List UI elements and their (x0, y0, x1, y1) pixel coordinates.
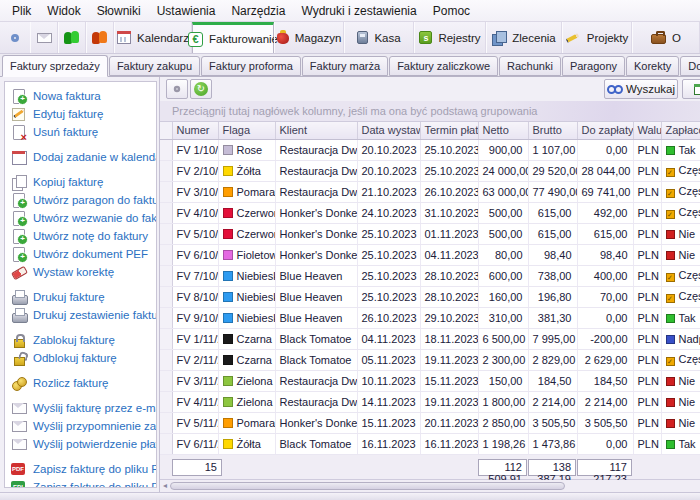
sidebar-item-dodaj-zadanie-w-kalendarzu[interactable]: Dodaj zadanie w kalendarzu (5, 148, 156, 166)
tab-dokumenty-cykliczne[interactable]: Dokumenty cykliczne (680, 56, 700, 76)
cell-data-wystawienia[interactable]: 20.10.2023 (357, 139, 420, 160)
sidebar-item-nowa-faktura[interactable]: Nowa faktura (5, 87, 156, 105)
row-indicator[interactable] (160, 349, 172, 370)
cell-zaplacona[interactable]: Nie (661, 223, 700, 244)
column-header-waluta[interactable]: Waluta (633, 122, 661, 139)
cell-waluta[interactable]: PLN (633, 244, 661, 265)
tab-faktury-zakupu[interactable]: Faktury zakupu (109, 56, 200, 76)
cell-termin-platnosci[interactable]: 18.11.2023 (420, 328, 478, 349)
tab-faktury-proforma[interactable]: Faktury proforma (201, 56, 301, 76)
cell-klient[interactable]: Restauracja Dwa Smoki (275, 139, 357, 160)
cell-waluta[interactable]: PLN (633, 370, 661, 391)
cell-klient[interactable]: Restauracja Dwa Smoki (275, 370, 357, 391)
cell-do-zaplaty[interactable]: 98,40 (577, 244, 633, 265)
row-indicator[interactable] (160, 181, 172, 202)
cell-netto[interactable]: 80,00 (478, 244, 528, 265)
column-header-zaplacona[interactable]: Zapłacona (661, 122, 700, 139)
module-contacts-green[interactable] (58, 22, 86, 53)
sidebar-item-wyslij-fakture-email[interactable]: Wyślij fakturę przez e-mail (5, 399, 156, 417)
row-indicator[interactable] (160, 307, 172, 328)
cell-numer[interactable]: FV 3/11/2023 (172, 370, 218, 391)
menu-narzedzia[interactable]: Narzędzia (223, 0, 293, 22)
cell-numer[interactable]: FV 5/11/2023 (172, 412, 218, 433)
table-row[interactable]: FV 2/10/2023 Żółta Restauracja Dwa Smoki… (160, 160, 700, 181)
cell-data-wystawienia[interactable]: 24.10.2023 (357, 202, 420, 223)
sidebar-item-utworz-paragon[interactable]: Utwórz paragon do faktury (5, 191, 156, 209)
cell-zaplacona[interactable]: ✓Częśc (661, 202, 700, 223)
module-projekty[interactable]: Projekty (562, 22, 632, 53)
cell-numer[interactable]: FV 8/10/2023 (172, 286, 218, 307)
column-header-flaga[interactable]: Flaga (218, 122, 275, 139)
menu-ustawienia[interactable]: Ustawienia (149, 0, 224, 22)
row-indicator[interactable] (160, 328, 172, 349)
cell-klient[interactable]: Honker's Donkey (275, 244, 357, 265)
cell-flaga[interactable]: Pomarańcz (218, 181, 275, 202)
module-kasa[interactable]: Kasa (344, 22, 414, 53)
cell-numer[interactable]: FV 2/11/2023 (172, 349, 218, 370)
sidebar-item-zablokuj-fakture[interactable]: Zablokuj fakturę (5, 331, 156, 349)
cell-waluta[interactable]: PLN (633, 181, 661, 202)
cell-netto[interactable]: 500,00 (478, 202, 528, 223)
row-indicator[interactable] (160, 370, 172, 391)
cell-data-wystawienia[interactable]: 15.11.2023 (357, 412, 420, 433)
cell-do-zaplaty[interactable]: -200,00 (577, 328, 633, 349)
scrollbar-thumb[interactable] (170, 482, 565, 490)
sidebar-item-zapisz-pdf[interactable]: Zapisz fakturę do pliku PDF (5, 460, 156, 478)
cell-termin-platnosci[interactable]: 20.11.2023 (420, 412, 478, 433)
table-row[interactable]: FV 4/11/2023 Zielona Restauracja Dwa Smo… (160, 391, 700, 412)
cell-netto[interactable]: 500,00 (478, 223, 528, 244)
cell-numer[interactable]: FV 4/10/2023 (172, 202, 218, 223)
sidebar-item-zapisz-edi[interactable]: Zapisz fakturę do pliku EDI (5, 478, 156, 488)
cell-brutto[interactable]: 7 995,00 (528, 328, 577, 349)
menu-pomoc[interactable]: Pomoc (425, 0, 478, 22)
module-magazyn[interactable]: Magazyn (274, 22, 344, 53)
cell-netto[interactable]: 6 500,00 (478, 328, 528, 349)
cell-numer[interactable]: FV 6/10/2023 (172, 244, 218, 265)
module-mail[interactable] (30, 22, 58, 53)
cell-brutto[interactable]: 29 520,00 (528, 160, 577, 181)
cell-netto[interactable]: 63 000,00 (478, 181, 528, 202)
cell-numer[interactable]: FV 6/11/2023 (172, 433, 218, 454)
cell-klient[interactable]: Honker's Donkey (275, 412, 357, 433)
cell-flaga[interactable]: Fioletowa (218, 244, 275, 265)
cell-zaplacona[interactable]: ✓Częśc (661, 286, 700, 307)
cell-termin-platnosci[interactable]: 28.10.2023 (420, 265, 478, 286)
cell-termin-platnosci[interactable]: 15.11.2023 (420, 370, 478, 391)
cell-brutto[interactable]: 381,30 (528, 307, 577, 328)
cell-numer[interactable]: FV 5/10/2023 (172, 223, 218, 244)
cell-flaga[interactable]: Czarna (218, 328, 275, 349)
cell-flaga[interactable]: Czerwona (218, 223, 275, 244)
cell-netto[interactable]: 900,00 (478, 139, 528, 160)
cell-flaga[interactable]: Zielona (218, 391, 275, 412)
cell-numer[interactable]: FV 9/10/2023 (172, 307, 218, 328)
module-obsluga[interactable]: O (632, 22, 700, 53)
scroll-left-arrow-icon[interactable]: ◂ (160, 480, 170, 492)
sidebar-item-utworz-dokument-pef[interactable]: Utwórz dokument PEF (5, 245, 156, 263)
cell-zaplacona[interactable]: ✓Częśc (661, 181, 700, 202)
column-header-do-zaplaty[interactable]: Do zapłaty (577, 122, 633, 139)
cell-zaplacona[interactable]: Nie (661, 370, 700, 391)
cell-klient[interactable]: Honker's Donkey (275, 202, 357, 223)
cell-numer[interactable]: FV 2/10/2023 (172, 160, 218, 181)
cell-numer[interactable]: FV 4/11/2023 (172, 391, 218, 412)
cell-do-zaplaty[interactable]: 0,00 (577, 433, 633, 454)
table-row[interactable]: FV 3/11/2023 Zielona Restauracja Dwa Smo… (160, 370, 700, 391)
cell-numer[interactable]: FV 1/10/2023 (172, 139, 218, 160)
cell-klient[interactable]: Restauracja Dwa Smoki (275, 160, 357, 181)
cell-data-wystawienia[interactable]: 26.10.2023 (357, 307, 420, 328)
cell-zaplacona[interactable]: ✓Częśc (661, 265, 700, 286)
cell-flaga[interactable]: Żółta (218, 433, 275, 454)
cell-waluta[interactable]: PLN (633, 433, 661, 454)
cell-brutto[interactable]: 77 490,00 (528, 181, 577, 202)
cell-waluta[interactable]: PLN (633, 328, 661, 349)
cell-klient[interactable]: Blue Heaven (275, 307, 357, 328)
cell-klient[interactable]: Blue Heaven (275, 265, 357, 286)
cell-brutto[interactable]: 196,80 (528, 286, 577, 307)
cell-do-zaplaty[interactable]: 492,00 (577, 202, 633, 223)
module-kalendarz[interactable]: Kalendarz (114, 22, 192, 53)
cell-do-zaplaty[interactable]: 28 044,00 (577, 160, 633, 181)
cell-waluta[interactable]: PLN (633, 349, 661, 370)
cell-brutto[interactable]: 98,40 (528, 244, 577, 265)
cell-flaga[interactable]: Niebieska (218, 307, 275, 328)
cell-do-zaplaty[interactable]: 70,00 (577, 286, 633, 307)
